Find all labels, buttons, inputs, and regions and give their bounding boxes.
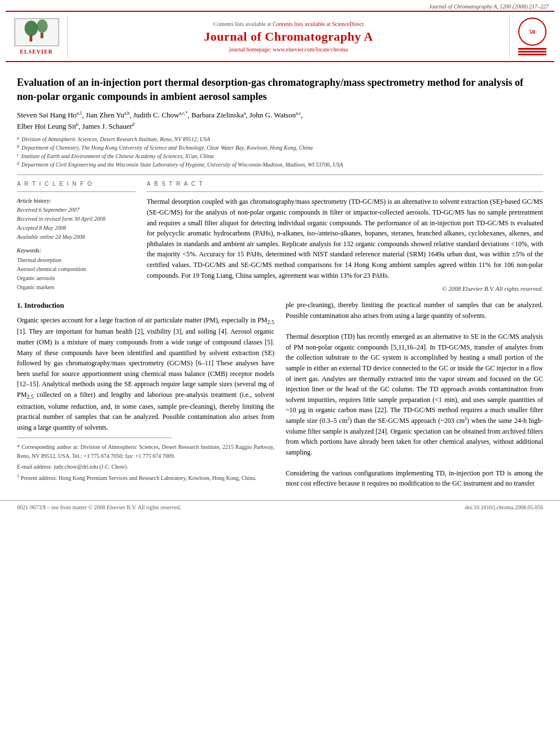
author-sup-ab: a,b — [124, 111, 130, 116]
impact-line-1 — [518, 48, 546, 50]
authors-line: Steven Sai Hang Hoa,1, Jian Zhen Yua,b, … — [17, 110, 543, 132]
keyword-1: Thermal desorption — [17, 256, 135, 265]
author-sup-b: b — [76, 122, 78, 127]
journal-badge-section: 50 — [509, 15, 554, 58]
intro-right-text: ple pre-cleaning), thereby limiting the … — [286, 300, 543, 321]
footnote-sup-1: 1 — [17, 474, 19, 479]
intro-right-para3: Considering the various configurations i… — [286, 468, 543, 489]
article-info-abstract: A R T I C L E I N F O Article history: R… — [17, 181, 543, 292]
affil-text-a: Division of Atmospheric Sciences, Desert… — [21, 135, 210, 143]
footnote-1: 1 Present address: Hong Kong Premium Ser… — [17, 473, 274, 483]
intro-right-para2: Thermal desorption (TD) has recently eme… — [286, 331, 543, 457]
article-info-divider — [17, 191, 135, 192]
homepage-label: journal homepage: — [229, 46, 272, 53]
affil-a: a Division of Atmospheric Sciences, Dese… — [17, 135, 543, 143]
impact-line-2 — [518, 51, 546, 53]
article-title: Evaluation of an in-injection port therm… — [17, 76, 543, 104]
affil-c: c Institute of Earth and Environment of … — [17, 152, 543, 160]
abstract-label: A B S T R A C T — [147, 181, 543, 187]
svg-rect-4 — [40, 33, 43, 38]
journal-citation-bar: Journal of Chromatography A, 1200 (2008)… — [0, 0, 560, 11]
affil-letter-b: b — [17, 143, 19, 152]
sciencedirect-link[interactable]: Contents lists available at ScienceDirec… — [273, 21, 364, 27]
intro-left-col: 1. Introduction Organic species account … — [17, 300, 274, 489]
keyword-3: Organic aerosols — [17, 274, 135, 283]
keywords-section: Keywords: Thermal desorption Aerosol che… — [17, 247, 135, 292]
footer-right: doi:10.1016/j.chroma.2008.05.056 — [465, 504, 543, 510]
elsevier-logo-section: ELSEVIER — [6, 15, 68, 58]
affil-text-b: Department of Chemistry, The Hong Kong U… — [21, 143, 313, 152]
affil-text-d: Department of Civil Engineering and the … — [21, 160, 343, 169]
abstract-divider — [147, 191, 543, 192]
sciencedirect-line: Contents lists available at Contents lis… — [213, 21, 364, 27]
footnote-divider — [17, 438, 172, 438]
footnote-corresponding: * Corresponding author at: Division of A… — [17, 443, 274, 461]
author-sup-ac2: a,c — [296, 111, 301, 116]
intro-right-col: ple pre-cleaning), thereby limiting the … — [286, 300, 543, 489]
svg-point-2 — [37, 20, 48, 33]
affil-letter-c: c — [17, 152, 19, 160]
abstract-text: Thermal desorption coupled with gas chro… — [147, 196, 543, 281]
keyword-4: Organic markers — [17, 283, 135, 292]
header-divider — [17, 174, 543, 175]
affil-text-c: Institute of Earth and Environment of th… — [21, 152, 214, 160]
impact-factor-badge: 50 — [518, 18, 546, 46]
article-history-section: Article history: Received 6 September 20… — [17, 196, 135, 242]
author-sup-a: a,1 — [77, 111, 82, 116]
article-info-label: A R T I C L E I N F O — [17, 181, 135, 187]
intro-left-text: Organic species account for a large frac… — [17, 315, 274, 433]
author-sup-a2: a — [244, 111, 246, 116]
copyright-text: © 2008 Elsevier B.V. All rights reserved… — [147, 285, 543, 292]
journal-center-header: Contents lists available at Contents lis… — [68, 15, 509, 58]
keywords-label: Keywords: — [17, 247, 135, 254]
journal-header: ELSEVIER Contents lists available at Con… — [6, 11, 554, 62]
elsevier-tree-logo — [14, 18, 59, 46]
footnotes-section: * Corresponding author at: Division of A… — [17, 443, 274, 483]
footnote-email: E-mail address: judy.chow@dri.edu (J.C. … — [17, 462, 274, 471]
affil-b: b Department of Chemistry, The Hong Kong… — [17, 143, 543, 152]
article-info-column: A R T I C L E I N F O Article history: R… — [17, 181, 135, 292]
page-footer: 0021-9673/$ – see front matter © 2008 El… — [0, 500, 560, 514]
main-content: Evaluation of an in-injection port therm… — [0, 62, 560, 495]
homepage-url[interactable]: www.elsevier.com/locate/chroma — [273, 46, 348, 53]
impact-lines — [518, 48, 546, 55]
author-sup-ac: a,c,* — [179, 111, 187, 116]
affiliations-section: a Division of Atmospheric Sciences, Dese… — [17, 135, 543, 169]
introduction-section: 1. Introduction Organic species account … — [17, 300, 543, 489]
journal-citation-text: Journal of Chromatography A, 1200 (2008)… — [429, 3, 549, 10]
abstract-column: A B S T R A C T Thermal desorption coupl… — [147, 181, 543, 292]
online-date: Available online 24 May 2008 — [17, 233, 135, 242]
impact-line-3 — [518, 54, 546, 55]
author-sup-d: d — [132, 122, 134, 127]
keyword-2: Aerosol chemical composition — [17, 265, 135, 274]
affil-letter-a: a — [17, 135, 19, 143]
elsevier-brand-text: ELSEVIER — [20, 49, 53, 55]
svg-point-1 — [24, 21, 37, 36]
revised-date: Received in revised form 30 April 2008 — [17, 215, 135, 224]
accepted-date: Accepted 8 May 2008 — [17, 224, 135, 233]
affil-letter-d: d — [17, 160, 19, 169]
intro-heading: 1. Introduction — [17, 300, 274, 311]
badge-number: 50 — [529, 28, 535, 35]
affil-d: d Department of Civil Engineering and th… — [17, 160, 543, 169]
journal-homepage-line: journal homepage: www.elsevier.com/locat… — [229, 46, 348, 53]
journal-title: Journal of Chromatography A — [204, 29, 373, 44]
history-heading: Article history: — [17, 196, 135, 206]
received-date: Received 6 September 2007 — [17, 206, 135, 215]
svg-rect-3 — [29, 35, 32, 42]
footer-left: 0021-9673/$ – see front matter © 2008 El… — [17, 504, 181, 510]
